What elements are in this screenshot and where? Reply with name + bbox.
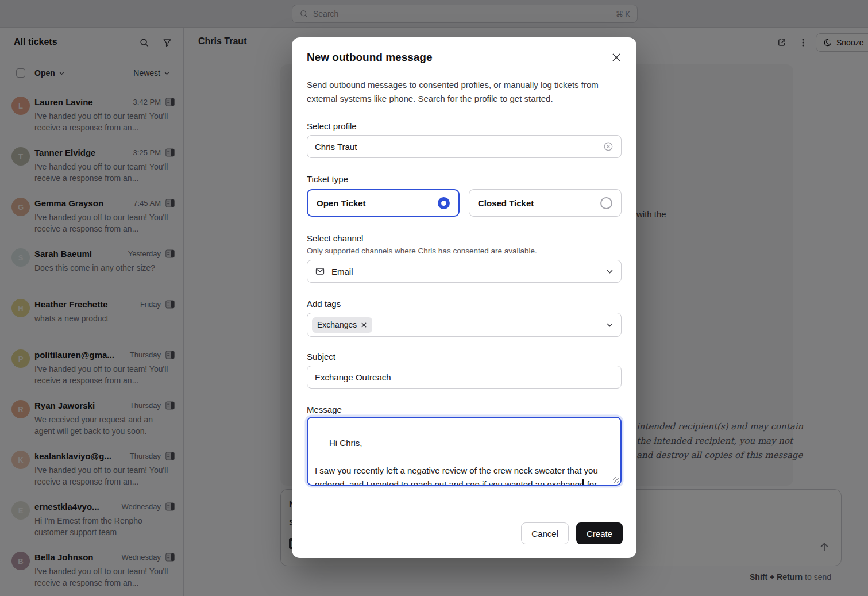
cancel-button[interactable]: Cancel: [521, 522, 569, 544]
subject-input[interactable]: Exchange Outreach: [307, 366, 622, 389]
channel-value: Email: [331, 267, 353, 276]
remove-tag-icon[interactable]: [361, 322, 367, 328]
modal-description: Send outbound messages to consented prof…: [307, 78, 623, 106]
tag-chip[interactable]: Exchanges: [312, 317, 372, 333]
clear-icon[interactable]: [603, 141, 614, 152]
email-icon: [315, 266, 325, 276]
channel-helper: Only supported channels where Chris has …: [307, 247, 537, 255]
channel-select[interactable]: Email: [307, 260, 622, 283]
message-textarea[interactable]: Hi Chris, I saw you recently left a nega…: [307, 417, 622, 486]
tags-label: Add tags: [307, 299, 341, 309]
modal-title: New outbound message: [307, 51, 433, 64]
subject-value: Exchange Outreach: [315, 372, 391, 382]
chevron-down-icon: [606, 321, 614, 329]
resize-handle-icon[interactable]: [613, 477, 619, 483]
new-outbound-message-modal: New outbound message Send outbound messa…: [292, 37, 636, 558]
message-label: Message: [307, 405, 342, 414]
channel-label: Select channel: [307, 233, 363, 243]
tag-chip-label: Exchanges: [317, 320, 357, 329]
app-screen: Search ⌘ K All tickets Open Newest: [0, 0, 868, 596]
profile-value: Chris Traut: [315, 142, 357, 152]
ticket-type-label: Ticket type: [307, 174, 348, 184]
close-icon[interactable]: [611, 52, 622, 63]
message-value: Hi Chris, I saw you recently left a nega…: [315, 438, 600, 486]
closed-ticket-option[interactable]: Closed Ticket: [469, 189, 622, 217]
closed-ticket-label: Closed Ticket: [478, 198, 534, 208]
create-button[interactable]: Create: [576, 522, 623, 544]
text-caret: [582, 479, 584, 486]
subject-label: Subject: [307, 352, 335, 362]
radio-selected-icon: [438, 197, 450, 209]
chevron-down-icon: [606, 268, 614, 275]
open-ticket-label: Open Ticket: [317, 198, 366, 208]
profile-input[interactable]: Chris Traut: [307, 135, 622, 158]
modal-actions: Cancel Create: [521, 522, 623, 544]
radio-unselected-icon: [600, 197, 612, 209]
profile-label: Select profile: [307, 121, 357, 131]
open-ticket-option[interactable]: Open Ticket: [307, 189, 460, 217]
tags-select[interactable]: Exchanges: [307, 313, 622, 337]
